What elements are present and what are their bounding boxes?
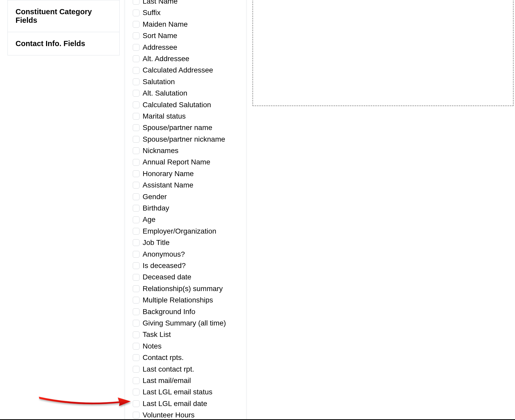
field-row: Volunteer Hours bbox=[133, 409, 238, 420]
field-row: Marital status bbox=[133, 111, 238, 122]
field-checkbox-addressee[interactable] bbox=[133, 44, 139, 51]
field-row: Maiden Name bbox=[133, 19, 238, 30]
field-label: Alt. Addressee bbox=[143, 54, 189, 63]
field-checkbox-job-title[interactable] bbox=[133, 239, 139, 246]
field-row: Alt. Addressee bbox=[133, 53, 238, 64]
field-checkbox-alt-addressee[interactable] bbox=[133, 55, 139, 62]
field-checkbox-deceased-date[interactable] bbox=[133, 274, 139, 281]
field-checkbox-salutation[interactable] bbox=[133, 78, 139, 85]
field-checkbox-spouse-name[interactable] bbox=[133, 124, 139, 131]
field-label: Alt. Salutation bbox=[143, 89, 187, 98]
field-label: Notes bbox=[143, 342, 161, 351]
field-checkbox-last-mail-email[interactable] bbox=[133, 377, 139, 384]
field-row: Annual Report Name bbox=[133, 156, 238, 168]
field-checkbox-task-list[interactable] bbox=[133, 331, 139, 338]
field-checkbox-annual-report-name[interactable] bbox=[133, 159, 139, 166]
field-label: Last LGL email status bbox=[143, 387, 212, 397]
field-checkbox-contact-rpts[interactable] bbox=[133, 354, 139, 361]
field-label: Marital status bbox=[143, 112, 186, 121]
field-label: Age bbox=[143, 215, 156, 224]
field-label: Employer/Organization bbox=[143, 227, 216, 236]
field-label: Volunteer Hours bbox=[143, 410, 195, 420]
field-row: Calculated Salutation bbox=[133, 99, 238, 111]
field-row: Last LGL email date bbox=[133, 398, 238, 409]
field-row: Multiple Relationships bbox=[133, 294, 238, 306]
field-checkbox-age[interactable] bbox=[133, 216, 139, 223]
field-checkbox-volunteer-hours[interactable] bbox=[133, 412, 139, 418]
field-checkbox-marital-status[interactable] bbox=[133, 113, 139, 120]
field-checkbox-birthday[interactable] bbox=[133, 205, 139, 212]
field-checkbox-last-lgl-email-status[interactable] bbox=[133, 389, 139, 395]
field-label: Calculated Salutation bbox=[143, 100, 211, 110]
field-label: Relationship(s) summary bbox=[143, 284, 223, 293]
sidebar: Constituent Category Fields Contact Info… bbox=[8, 0, 120, 55]
field-checkbox-last-contact-rpt[interactable] bbox=[133, 366, 139, 373]
field-checkbox-last-lgl-email-date[interactable] bbox=[133, 400, 139, 407]
field-row: Giving Summary (all time) bbox=[133, 317, 238, 329]
field-row: Age bbox=[133, 214, 238, 225]
arrow-annotation-icon bbox=[36, 391, 132, 409]
field-checkbox-maiden-name[interactable] bbox=[133, 21, 139, 28]
sidebar-header-contact[interactable]: Contact Info. Fields bbox=[8, 32, 120, 55]
field-checkbox-nicknames[interactable] bbox=[133, 147, 139, 154]
field-row: Contact rpts. bbox=[133, 352, 238, 363]
field-checkbox-notes[interactable] bbox=[133, 343, 139, 350]
field-checkbox-calculated-salutation[interactable] bbox=[133, 102, 139, 108]
field-checkbox-suffix[interactable] bbox=[133, 10, 139, 16]
field-label: Sort Name bbox=[143, 31, 177, 40]
field-row: Honorary Name bbox=[133, 168, 238, 179]
field-checkbox-relationships-summary[interactable] bbox=[133, 285, 139, 292]
field-checkbox-is-deceased[interactable] bbox=[133, 262, 139, 269]
field-row: Last mail/email bbox=[133, 375, 238, 386]
field-checkbox-background-info[interactable] bbox=[133, 308, 139, 315]
field-label: Assistant Name bbox=[143, 180, 193, 190]
field-row: Suffix bbox=[133, 7, 238, 18]
field-row: Employer/Organization bbox=[133, 226, 238, 237]
field-label: Multiple Relationships bbox=[143, 295, 213, 305]
field-row: Addressee bbox=[133, 42, 238, 53]
field-row: Last LGL email status bbox=[133, 386, 238, 398]
field-label: Maiden Name bbox=[143, 20, 188, 29]
field-checkbox-assistant-name[interactable] bbox=[133, 182, 139, 189]
field-row: Last Name bbox=[133, 0, 238, 7]
field-row: Task List bbox=[133, 329, 238, 340]
field-row: Spouse/partner nickname bbox=[133, 134, 238, 145]
field-label: Gender bbox=[143, 192, 167, 201]
sidebar-header-category[interactable]: Constituent Category Fields bbox=[8, 0, 120, 32]
field-label: Last LGL email date bbox=[143, 399, 207, 408]
field-row: Salutation bbox=[133, 76, 238, 88]
field-row: Relationship(s) summary bbox=[133, 283, 238, 294]
field-checkbox-spouse-nickname[interactable] bbox=[133, 136, 139, 143]
field-label: Anonymous? bbox=[143, 250, 185, 259]
field-row: Spouse/partner name bbox=[133, 122, 238, 133]
field-checkbox-giving-summary[interactable] bbox=[133, 320, 139, 327]
field-checkbox-gender[interactable] bbox=[133, 193, 139, 200]
field-row: Sort Name bbox=[133, 30, 238, 41]
field-label: Spouse/partner name bbox=[143, 123, 212, 132]
field-label: Nicknames bbox=[143, 146, 178, 155]
field-label: Deceased date bbox=[143, 272, 191, 282]
field-row: Notes bbox=[133, 341, 238, 352]
field-checkbox-sort-name[interactable] bbox=[133, 32, 139, 39]
field-label: Last contact rpt. bbox=[143, 365, 194, 374]
field-checkbox-multiple-relationships[interactable] bbox=[133, 297, 139, 303]
field-row: Last contact rpt. bbox=[133, 364, 238, 375]
field-checkbox-calculated-addressee[interactable] bbox=[133, 67, 139, 74]
field-checkbox-honorary-name[interactable] bbox=[133, 170, 139, 177]
fields-panel: Last Name Suffix Maiden Name Sort Name A… bbox=[125, 0, 246, 420]
field-row: Calculated Addressee bbox=[133, 64, 238, 76]
field-label: Suffix bbox=[143, 8, 161, 17]
field-row: Anonymous? bbox=[133, 249, 238, 260]
field-row: Assistant Name bbox=[133, 179, 238, 191]
field-row: Is deceased? bbox=[133, 260, 238, 271]
field-label: Calculated Addressee bbox=[143, 66, 213, 75]
field-checkbox-alt-salutation[interactable] bbox=[133, 90, 139, 97]
field-row: Gender bbox=[133, 191, 238, 202]
field-checkbox-last-name[interactable] bbox=[133, 0, 139, 5]
field-label: Annual Report Name bbox=[143, 157, 210, 167]
dropzone[interactable] bbox=[252, 0, 514, 106]
field-checkbox-anonymous[interactable] bbox=[133, 251, 139, 258]
field-checkbox-employer[interactable] bbox=[133, 228, 139, 235]
field-label: Giving Summary (all time) bbox=[143, 318, 226, 328]
field-row: Background Info bbox=[133, 306, 238, 317]
